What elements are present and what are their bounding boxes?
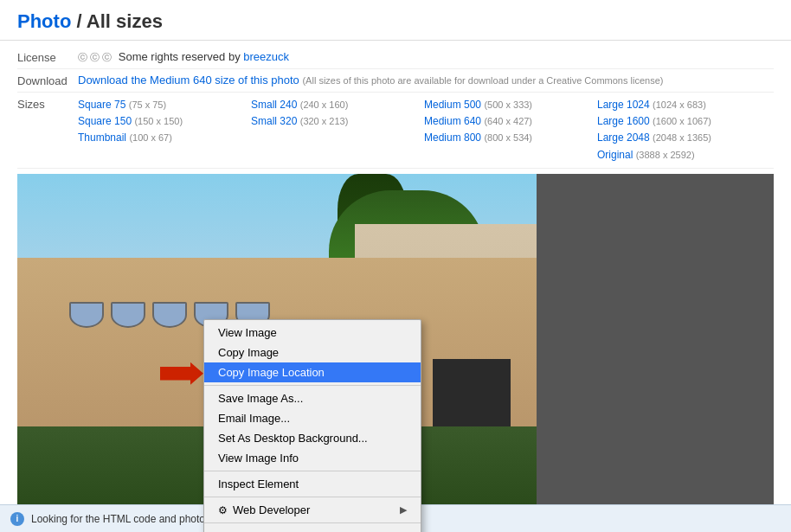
size-large1024: Large 1024 (1024 x 683): [597, 97, 774, 113]
size-large2048: Large 2048 (2048 x 1365): [597, 130, 774, 146]
ctx-sep-4: [204, 522, 421, 523]
sizes-label: Sizes: [17, 97, 78, 111]
sizes-row: Sizes Square 75 (75 x 75) Square 150 (15…: [17, 93, 774, 169]
download-content: Download the Medium 640 size of this pho…: [78, 74, 774, 87]
sizes-col-1: Square 75 (75 x 75) Square 150 (150 x 15…: [78, 97, 251, 163]
license-icons: ⓒ ⓒ ⓒ: [78, 52, 112, 62]
ctx-sep-3: [204, 497, 421, 497]
sizes-col-3: Medium 500 (500 x 333) Medium 640 (640 x…: [424, 97, 597, 163]
sizes-content: Square 75 (75 x 75) Square 150 (150 x 15…: [78, 97, 774, 163]
ctx-sep-1: [204, 385, 421, 386]
size-square150: Square 150 (150 x 150): [78, 113, 251, 130]
meta-table: License ⓒ ⓒ ⓒ Some rights reserved by br…: [0, 41, 791, 174]
sizes-grid: Square 75 (75 x 75) Square 150 (150 x 15…: [78, 97, 774, 163]
context-menu: View Image Copy Image Copy Image Locatio…: [203, 319, 421, 532]
ctx-view-image[interactable]: View Image: [204, 323, 421, 343]
size-medium640: Medium 640 (640 x 427): [424, 113, 597, 130]
size-medium500: Medium 500 (500 x 333): [424, 97, 597, 113]
gear-icon: ⚙: [218, 504, 228, 516]
sizes-col-2: Small 240 (240 x 160) Small 320 (320 x 2…: [251, 97, 424, 163]
sizes-col-4: Large 1024 (1024 x 683) Large 1600 (1600…: [597, 97, 774, 163]
size-small320: Small 320 (320 x 213): [251, 113, 424, 130]
download-link[interactable]: Download the Medium 640 size of this pho…: [78, 74, 299, 87]
page-title: Photo / All sizes: [17, 10, 774, 33]
image-area: View Image Copy Image Copy Image Locatio…: [17, 174, 774, 511]
size-small240: Small 240 (240 x 160): [251, 97, 424, 113]
ctx-view-image-info[interactable]: View Image Info: [204, 448, 421, 468]
size-medium800: Medium 800 (800 x 534): [424, 130, 597, 146]
ctx-copy-image[interactable]: Copy Image: [204, 343, 421, 362]
photo-link[interactable]: Photo: [17, 10, 71, 32]
ctx-save-image-as[interactable]: Save Image As...: [204, 388, 421, 408]
ctx-web-developer[interactable]: ⚙Web Developer ▶: [204, 500, 421, 520]
submenu-arrow-web-developer: ▶: [400, 504, 407, 516]
size-large1600: Large 1600 (1600 x 1067): [597, 113, 774, 130]
ctx-inspect-element[interactable]: Inspect Element: [204, 474, 421, 494]
size-square75: Square 75 (75 x 75): [78, 97, 251, 113]
license-content: ⓒ ⓒ ⓒ Some rights reserved by breezuck: [78, 50, 774, 64]
license-label: License: [17, 50, 78, 64]
license-row: License ⓒ ⓒ ⓒ Some rights reserved by br…: [17, 46, 774, 69]
license-user-link[interactable]: breezuck: [243, 50, 289, 63]
size-thumbnail: Thumbnail (100 x 67): [78, 130, 251, 146]
ctx-sep-2: [204, 471, 421, 471]
download-note: (All sizes of this photo are available f…: [302, 75, 663, 86]
size-original: Original (3888 x 2592): [597, 147, 774, 163]
ctx-add-evernote[interactable]: Add to Evernote ▶: [204, 526, 421, 532]
ctx-set-desktop[interactable]: Set As Desktop Background...: [204, 428, 421, 448]
page-header: Photo / All sizes: [0, 0, 791, 41]
info-icon: i: [10, 512, 24, 526]
download-row: Download Download the Medium 640 size of…: [17, 69, 774, 93]
ctx-copy-image-location[interactable]: Copy Image Location: [204, 362, 421, 382]
download-label: Download: [17, 74, 78, 87]
ctx-email-image[interactable]: Email Image...: [204, 408, 421, 428]
